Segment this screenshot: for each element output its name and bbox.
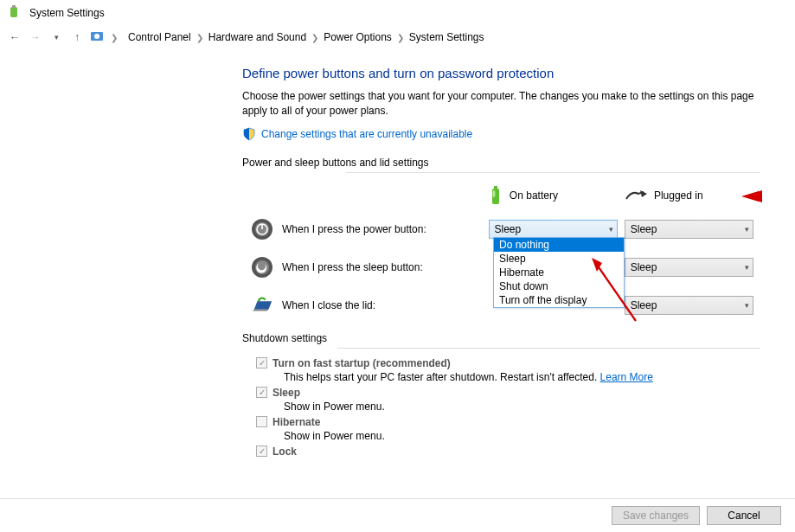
hibernate-row: Hibernate Show in Power menu. — [256, 416, 760, 442]
lid-label: When I close the lid: — [282, 299, 375, 311]
dropdown-option[interactable]: Turn off the display — [494, 293, 624, 307]
chevron-down-icon: ▾ — [609, 225, 613, 234]
divider — [346, 172, 760, 173]
power-button-row: When I press the power button: Sleep ▾ S… — [251, 218, 760, 240]
chevron-right-icon: ❯ — [311, 33, 318, 42]
svg-rect-5 — [494, 186, 497, 189]
dropdown-option[interactable]: Shut down — [494, 279, 624, 293]
chevron-right-icon: ❯ — [196, 33, 203, 42]
power-plugged-dropdown[interactable]: Sleep ▾ — [625, 220, 753, 239]
dropdown-value: Sleep — [631, 261, 657, 273]
power-battery-dropdown[interactable]: Sleep ▾ — [489, 220, 618, 239]
chevron-right-icon: ❯ — [397, 33, 404, 42]
sleep-button-icon — [251, 256, 273, 279]
fast-startup-sub: This helps start your PC faster after sh… — [284, 371, 760, 383]
window-title: System Settings — [29, 7, 105, 19]
sleep-label: Sleep — [272, 387, 300, 399]
hibernate-checkbox[interactable] — [256, 416, 267, 427]
dropdown-value: Sleep — [631, 223, 657, 235]
fast-startup-label: Turn on fast startup (recommended) — [272, 357, 451, 369]
breadcrumb-item[interactable]: System Settings — [409, 31, 484, 43]
up-button[interactable]: ↑ — [69, 29, 85, 45]
footer: Save changes Cancel — [0, 498, 795, 532]
column-headers: On battery Plugged in — [251, 185, 760, 206]
plugged-column-header: Plugged in — [625, 189, 760, 202]
page-description: Choose the power settings that you want … — [242, 89, 760, 119]
back-button[interactable]: ← — [7, 29, 22, 45]
breadcrumb-item[interactable]: Control Panel — [128, 31, 191, 43]
section-label: Shutdown settings — [242, 332, 760, 344]
sleep-plugged-dropdown[interactable]: Sleep ▾ — [625, 258, 753, 277]
admin-link-row: Change settings that are currently unava… — [242, 127, 760, 141]
hibernate-sub: Show in Power menu. — [284, 430, 760, 442]
svg-rect-0 — [10, 7, 17, 17]
dropdown-value: Sleep — [631, 299, 657, 311]
divider — [337, 348, 760, 349]
recent-menu-button[interactable]: ▾ — [48, 29, 64, 45]
dropdown-option[interactable]: Sleep — [494, 252, 624, 266]
dropdown-value: Sleep — [495, 223, 522, 235]
page-heading: Define power buttons and turn on passwor… — [242, 66, 760, 80]
fast-startup-checkbox[interactable] — [256, 357, 267, 369]
main-content: Define power buttons and turn on passwor… — [0, 52, 795, 458]
dropdown-options-list: Do nothing Sleep Hibernate Shut down Tur… — [493, 237, 625, 308]
plugged-column-label: Plugged in — [654, 189, 703, 202]
sleep-button-label: When I press the sleep button: — [282, 261, 423, 273]
learn-more-link[interactable]: Learn More — [600, 371, 653, 383]
sleep-checkbox[interactable] — [256, 387, 267, 398]
svg-rect-1 — [12, 5, 16, 8]
power-options-icon — [7, 5, 22, 21]
save-changes-button[interactable]: Save changes — [612, 506, 700, 525]
navbar: ← → ▾ ↑ ❯ Control Panel ❯ Hardware and S… — [0, 26, 795, 52]
titlebar: System Settings — [0, 0, 795, 26]
plug-icon — [625, 189, 647, 202]
forward-button[interactable]: → — [28, 29, 43, 45]
lid-plugged-dropdown[interactable]: Sleep ▾ — [625, 296, 753, 315]
chevron-down-icon: ▾ — [745, 225, 749, 234]
dropdown-option[interactable]: Do nothing — [494, 238, 624, 252]
shutdown-section: Shutdown settings Turn on fast startup (… — [242, 332, 760, 458]
dropdown-option[interactable]: Hibernate — [494, 266, 624, 279]
chevron-down-icon: ▾ — [745, 263, 749, 272]
control-panel-icon — [90, 29, 106, 45]
power-button-label: When I press the power button: — [282, 223, 426, 235]
chevron-down-icon: ▾ — [745, 301, 749, 310]
breadcrumb-item[interactable]: Hardware and Sound — [208, 31, 306, 43]
battery-column-header: On battery — [489, 185, 625, 206]
lock-row: Lock — [256, 445, 760, 458]
fast-startup-row: Turn on fast startup (recommended) This … — [256, 357, 760, 383]
section-label: Power and sleep buttons and lid settings — [242, 157, 760, 169]
lid-icon — [251, 294, 273, 317]
breadcrumb-item[interactable]: Power Options — [324, 31, 392, 43]
svg-point-3 — [94, 34, 99, 39]
battery-icon — [489, 185, 503, 206]
power-table: On battery Plugged in When I press the p… — [251, 185, 760, 317]
shield-icon — [242, 127, 256, 141]
lock-label: Lock — [272, 445, 297, 458]
lock-checkbox[interactable] — [256, 445, 267, 457]
change-settings-link[interactable]: Change settings that are currently unava… — [261, 128, 472, 140]
svg-point-6 — [492, 190, 495, 197]
battery-column-label: On battery — [510, 189, 558, 202]
breadcrumb: Control Panel ❯ Hardware and Sound ❯ Pow… — [128, 31, 484, 43]
power-button-icon — [251, 218, 273, 240]
cancel-button[interactable]: Cancel — [707, 506, 781, 525]
sleep-row: Sleep Show in Power menu. — [256, 387, 760, 413]
hibernate-label: Hibernate — [272, 416, 320, 428]
chevron-right-icon: ❯ — [111, 33, 118, 42]
sleep-sub: Show in Power menu. — [284, 401, 760, 413]
